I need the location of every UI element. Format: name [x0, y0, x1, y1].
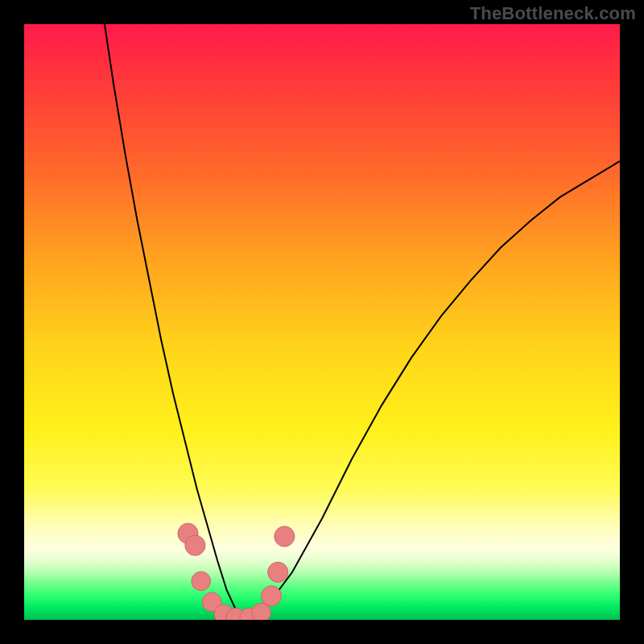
chart-frame: TheBottleneck.com — [0, 0, 644, 644]
curve-marker — [192, 572, 211, 591]
curve-layer — [24, 24, 620, 620]
curve-marker — [268, 562, 288, 582]
curve-marker — [275, 526, 295, 547]
watermark-text: TheBottleneck.com — [470, 3, 636, 24]
curve-marker — [185, 535, 205, 555]
plot-area — [24, 24, 620, 620]
curve-marker — [262, 586, 282, 606]
curve-markers — [178, 523, 295, 620]
